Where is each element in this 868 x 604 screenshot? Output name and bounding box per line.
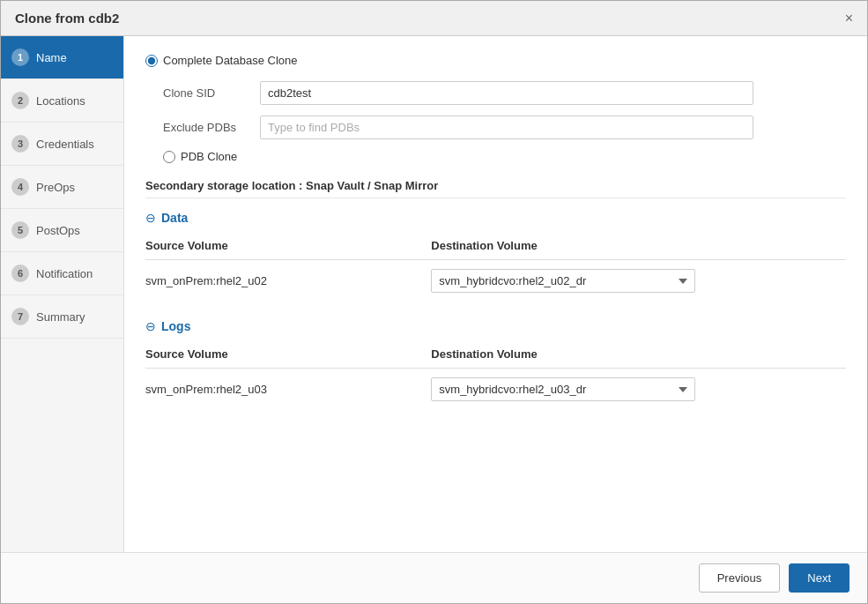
logs-dest-header: Destination Volume — [424, 342, 846, 369]
sidebar-item-credentials[interactable]: 3 Credentials — [1, 123, 123, 166]
sidebar-label-credentials: Credentials — [36, 138, 94, 151]
logs-table: Source Volume Destination Volume svm_onP… — [145, 342, 846, 410]
logs-section-title: Logs — [161, 319, 190, 333]
data-section-header[interactable]: ⊖ Data — [145, 211, 846, 225]
logs-collapse-icon: ⊖ — [145, 319, 156, 333]
data-table: Source Volume Destination Volume svm_onP… — [145, 234, 846, 302]
sidebar-item-name[interactable]: 1 Name — [1, 36, 123, 79]
step-num-2: 2 — [11, 92, 29, 109]
data-dest-header: Destination Volume — [424, 234, 846, 260]
dialog-header: Clone from cdb2 × — [1, 1, 867, 36]
data-source-header: Source Volume — [145, 234, 424, 260]
sidebar-label-postops: PostOps — [36, 224, 80, 237]
data-source-cell: svm_onPrem:rhel2_u02 — [145, 260, 424, 302]
sidebar-item-locations[interactable]: 2 Locations — [1, 79, 123, 123]
dialog-footer: Previous Next — [1, 552, 867, 603]
step-num-1: 1 — [11, 48, 29, 66]
logs-source-header: Source Volume — [145, 342, 424, 369]
next-button[interactable]: Next — [789, 563, 849, 593]
data-collapse-icon: ⊖ — [145, 211, 156, 225]
logs-section: ⊖ Logs Source Volume Destination Volume … — [145, 319, 846, 410]
step-num-6: 6 — [11, 265, 29, 282]
sidebar-label-preops: PreOps — [36, 181, 75, 194]
sidebar-item-notification[interactable]: 6 Notification — [1, 252, 123, 295]
sidebar-label-notification: Notification — [36, 267, 93, 280]
sidebar-item-summary[interactable]: 7 Summary — [1, 295, 123, 339]
logs-source-cell: svm_onPrem:rhel2_u03 — [145, 369, 424, 411]
data-dest-cell: svm_hybridcvo:rhel2_u02_dr — [424, 260, 846, 302]
sidebar-label-locations: Locations — [36, 94, 85, 108]
data-section: ⊖ Data Source Volume Destination Volume … — [145, 211, 846, 302]
close-button[interactable]: × — [845, 11, 853, 26]
logs-table-row: svm_onPrem:rhel2_u03 svm_hybridcvo:rhel2… — [145, 369, 846, 411]
clone-sid-input[interactable] — [260, 81, 753, 105]
clone-sid-row: Clone SID — [145, 81, 846, 105]
exclude-pdbs-row: Exclude PDBs — [145, 116, 846, 139]
pdb-clone-label[interactable]: PDB Clone — [181, 150, 237, 163]
sidebar-item-postops[interactable]: 5 PostOps — [1, 209, 123, 252]
exclude-pdbs-input[interactable] — [260, 116, 753, 139]
sidebar: 1 Name 2 Locations 3 Credentials 4 PreOp… — [1, 36, 124, 552]
complete-clone-radio[interactable] — [145, 55, 158, 67]
exclude-pdbs-label: Exclude PDBs — [163, 121, 260, 134]
complete-clone-label[interactable]: Complete Database Clone — [163, 54, 297, 67]
sidebar-label-name: Name — [36, 51, 67, 64]
data-table-row: svm_onPrem:rhel2_u02 svm_hybridcvo:rhel2… — [145, 260, 846, 302]
step-num-4: 4 — [11, 178, 29, 196]
sidebar-item-preops[interactable]: 4 PreOps — [1, 166, 123, 209]
sidebar-label-summary: Summary — [36, 310, 85, 324]
step-num-7: 7 — [11, 308, 29, 325]
dialog-title: Clone from cdb2 — [15, 11, 119, 26]
data-section-title: Data — [161, 211, 188, 225]
logs-dest-cell: svm_hybridcvo:rhel2_u03_dr — [424, 369, 846, 411]
complete-clone-radio-group: Complete Database Clone — [145, 54, 846, 67]
previous-button[interactable]: Previous — [699, 563, 781, 593]
clone-dialog: Clone from cdb2 × 1 Name 2 Locations 3 C… — [0, 0, 868, 604]
dialog-body: 1 Name 2 Locations 3 Credentials 4 PreOp… — [1, 36, 867, 552]
pdb-clone-radio-group: PDB Clone — [145, 150, 846, 163]
step-num-5: 5 — [11, 221, 29, 239]
pdb-clone-radio[interactable] — [163, 151, 175, 163]
main-content: Complete Database Clone Clone SID Exclud… — [124, 36, 867, 552]
step-num-3: 3 — [11, 135, 29, 153]
section-heading: Secondary storage location : Snap Vault … — [145, 179, 846, 198]
clone-sid-label: Clone SID — [163, 86, 260, 100]
logs-section-header[interactable]: ⊖ Logs — [145, 319, 846, 333]
logs-dest-select[interactable]: svm_hybridcvo:rhel2_u03_dr — [431, 377, 695, 401]
data-dest-select[interactable]: svm_hybridcvo:rhel2_u02_dr — [431, 269, 695, 293]
